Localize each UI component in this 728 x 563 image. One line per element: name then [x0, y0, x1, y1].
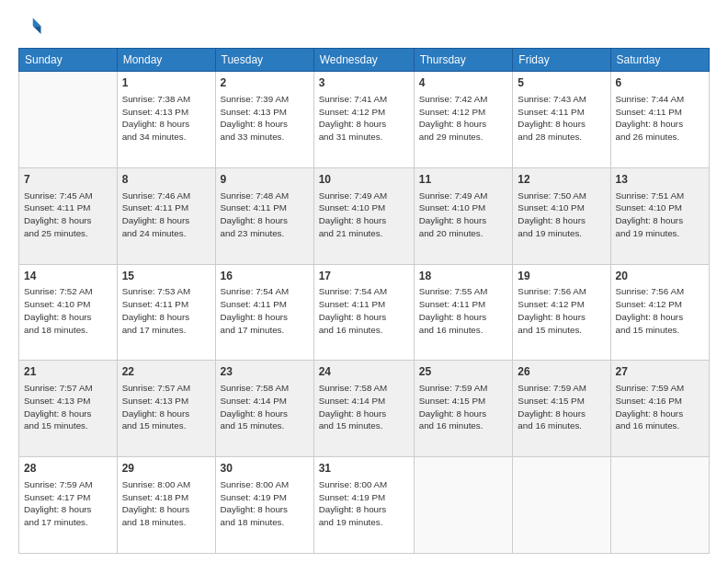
day-number: 24 [319, 364, 409, 380]
calendar-cell: 12Sunrise: 7:50 AM Sunset: 4:10 PM Dayli… [513, 167, 610, 264]
calendar-cell: 25Sunrise: 7:59 AM Sunset: 4:15 PM Dayli… [414, 361, 513, 457]
calendar-cell [513, 457, 610, 554]
logo [18, 15, 48, 40]
calendar-cell: 11Sunrise: 7:49 AM Sunset: 4:10 PM Dayli… [414, 167, 513, 264]
calendar-cell: 16Sunrise: 7:54 AM Sunset: 4:11 PM Dayli… [215, 264, 313, 361]
calendar-cell: 19Sunrise: 7:56 AM Sunset: 4:12 PM Dayli… [513, 264, 610, 361]
svg-marker-0 [33, 18, 41, 27]
day-number: 21 [24, 364, 112, 380]
day-info: Sunrise: 7:56 AM Sunset: 4:12 PM Dayligh… [518, 285, 605, 336]
day-info: Sunrise: 7:55 AM Sunset: 4:11 PM Dayligh… [419, 285, 508, 336]
day-info: Sunrise: 7:52 AM Sunset: 4:10 PM Dayligh… [24, 285, 112, 336]
weekday-thursday: Thursday [414, 49, 513, 72]
calendar-cell: 7Sunrise: 7:45 AM Sunset: 4:11 PM Daylig… [19, 167, 118, 264]
calendar-cell: 15Sunrise: 7:53 AM Sunset: 4:11 PM Dayli… [117, 264, 215, 361]
day-number: 29 [122, 461, 210, 477]
calendar-row-0: 1Sunrise: 7:38 AM Sunset: 4:13 PM Daylig… [19, 72, 710, 168]
day-info: Sunrise: 7:48 AM Sunset: 4:11 PM Dayligh… [221, 190, 309, 240]
calendar-cell: 27Sunrise: 7:59 AM Sunset: 4:16 PM Dayli… [610, 361, 709, 457]
svg-marker-1 [33, 26, 41, 34]
day-number: 19 [518, 269, 605, 284]
calendar-cell: 3Sunrise: 7:41 AM Sunset: 4:12 PM Daylig… [313, 72, 414, 168]
weekday-monday: Monday [117, 49, 215, 72]
weekday-saturday: Saturday [610, 49, 709, 72]
day-number: 12 [518, 172, 605, 188]
calendar-cell: 22Sunrise: 7:57 AM Sunset: 4:13 PM Dayli… [117, 361, 215, 457]
logo-icon [18, 15, 44, 40]
calendar-cell: 13Sunrise: 7:51 AM Sunset: 4:10 PM Dayli… [610, 167, 709, 264]
calendar-cell: 21Sunrise: 7:57 AM Sunset: 4:13 PM Dayli… [19, 361, 118, 457]
day-number: 13 [616, 172, 704, 188]
calendar-cell [19, 72, 118, 168]
calendar-row-3: 21Sunrise: 7:57 AM Sunset: 4:13 PM Dayli… [19, 361, 710, 457]
day-number: 17 [319, 269, 409, 284]
day-number: 28 [24, 461, 112, 477]
day-number: 18 [419, 269, 508, 284]
day-number: 26 [518, 364, 605, 380]
day-number: 30 [221, 461, 309, 477]
day-info: Sunrise: 7:57 AM Sunset: 4:13 PM Dayligh… [122, 382, 210, 432]
weekday-friday: Friday [513, 49, 610, 72]
calendar-cell: 1Sunrise: 7:38 AM Sunset: 4:13 PM Daylig… [117, 72, 215, 168]
page: SundayMondayTuesdayWednesdayThursdayFrid… [0, 0, 728, 563]
day-number: 25 [419, 364, 508, 380]
calendar-cell: 20Sunrise: 7:56 AM Sunset: 4:12 PM Dayli… [610, 264, 709, 361]
day-info: Sunrise: 7:58 AM Sunset: 4:14 PM Dayligh… [221, 382, 309, 432]
calendar-cell [610, 457, 709, 554]
day-number: 6 [616, 75, 704, 91]
calendar-cell: 26Sunrise: 7:59 AM Sunset: 4:15 PM Dayli… [513, 361, 610, 457]
calendar-cell: 30Sunrise: 8:00 AM Sunset: 4:19 PM Dayli… [215, 457, 313, 554]
day-number: 5 [518, 75, 605, 91]
day-info: Sunrise: 7:46 AM Sunset: 4:11 PM Dayligh… [122, 190, 210, 240]
day-info: Sunrise: 7:54 AM Sunset: 4:11 PM Dayligh… [319, 285, 409, 336]
calendar-cell: 4Sunrise: 7:42 AM Sunset: 4:12 PM Daylig… [414, 72, 513, 168]
day-number: 7 [24, 172, 112, 188]
day-number: 3 [319, 75, 409, 91]
day-info: Sunrise: 7:38 AM Sunset: 4:13 PM Dayligh… [122, 93, 210, 144]
calendar-cell: 29Sunrise: 8:00 AM Sunset: 4:18 PM Dayli… [117, 457, 215, 554]
day-info: Sunrise: 7:59 AM Sunset: 4:15 PM Dayligh… [419, 382, 508, 432]
weekday-sunday: Sunday [19, 49, 118, 72]
day-info: Sunrise: 7:57 AM Sunset: 4:13 PM Dayligh… [24, 382, 112, 432]
calendar-cell: 17Sunrise: 7:54 AM Sunset: 4:11 PM Dayli… [313, 264, 414, 361]
weekday-tuesday: Tuesday [215, 49, 313, 72]
calendar-cell: 8Sunrise: 7:46 AM Sunset: 4:11 PM Daylig… [117, 167, 215, 264]
day-info: Sunrise: 7:53 AM Sunset: 4:11 PM Dayligh… [122, 285, 210, 336]
calendar-cell: 6Sunrise: 7:44 AM Sunset: 4:11 PM Daylig… [610, 72, 709, 168]
day-number: 16 [221, 269, 309, 284]
calendar-cell: 18Sunrise: 7:55 AM Sunset: 4:11 PM Dayli… [414, 264, 513, 361]
day-info: Sunrise: 7:49 AM Sunset: 4:10 PM Dayligh… [319, 190, 409, 240]
weekday-header-row: SundayMondayTuesdayWednesdayThursdayFrid… [19, 49, 710, 72]
day-number: 9 [221, 172, 309, 188]
calendar-cell: 31Sunrise: 8:00 AM Sunset: 4:19 PM Dayli… [313, 457, 414, 554]
calendar-table: SundayMondayTuesdayWednesdayThursdayFrid… [18, 48, 710, 554]
calendar-cell: 9Sunrise: 7:48 AM Sunset: 4:11 PM Daylig… [215, 167, 313, 264]
day-info: Sunrise: 7:51 AM Sunset: 4:10 PM Dayligh… [616, 190, 704, 240]
day-number: 10 [319, 172, 409, 188]
day-number: 14 [24, 269, 112, 284]
calendar-cell: 28Sunrise: 7:59 AM Sunset: 4:17 PM Dayli… [19, 457, 118, 554]
day-number: 11 [419, 172, 508, 188]
day-info: Sunrise: 7:54 AM Sunset: 4:11 PM Dayligh… [221, 285, 309, 336]
calendar-cell: 23Sunrise: 7:58 AM Sunset: 4:14 PM Dayli… [215, 361, 313, 457]
calendar-cell: 14Sunrise: 7:52 AM Sunset: 4:10 PM Dayli… [19, 264, 118, 361]
calendar-cell: 5Sunrise: 7:43 AM Sunset: 4:11 PM Daylig… [513, 72, 610, 168]
day-info: Sunrise: 7:41 AM Sunset: 4:12 PM Dayligh… [319, 93, 409, 144]
weekday-wednesday: Wednesday [313, 49, 414, 72]
day-info: Sunrise: 7:56 AM Sunset: 4:12 PM Dayligh… [616, 285, 704, 336]
day-info: Sunrise: 8:00 AM Sunset: 4:18 PM Dayligh… [122, 478, 210, 529]
day-number: 8 [122, 172, 210, 188]
calendar-cell: 2Sunrise: 7:39 AM Sunset: 4:13 PM Daylig… [215, 72, 313, 168]
header [18, 15, 710, 40]
day-info: Sunrise: 8:00 AM Sunset: 4:19 PM Dayligh… [221, 478, 309, 529]
calendar-row-1: 7Sunrise: 7:45 AM Sunset: 4:11 PM Daylig… [19, 167, 710, 264]
day-info: Sunrise: 7:42 AM Sunset: 4:12 PM Dayligh… [419, 93, 508, 144]
day-number: 27 [616, 364, 704, 380]
day-info: Sunrise: 7:59 AM Sunset: 4:15 PM Dayligh… [518, 382, 605, 432]
day-info: Sunrise: 7:44 AM Sunset: 4:11 PM Dayligh… [616, 93, 704, 144]
day-info: Sunrise: 7:59 AM Sunset: 4:16 PM Dayligh… [616, 382, 704, 432]
calendar-cell [414, 457, 513, 554]
day-info: Sunrise: 7:49 AM Sunset: 4:10 PM Dayligh… [419, 190, 508, 240]
day-info: Sunrise: 7:59 AM Sunset: 4:17 PM Dayligh… [24, 478, 112, 529]
day-info: Sunrise: 7:58 AM Sunset: 4:14 PM Dayligh… [319, 382, 409, 432]
